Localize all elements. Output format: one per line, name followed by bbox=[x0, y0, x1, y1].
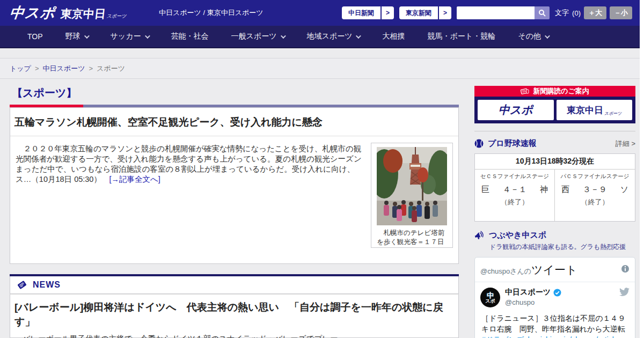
league-name: セＣＳファイナルステージ bbox=[475, 170, 554, 182]
subscription-banner-label: 新聞購読のご案内 bbox=[533, 86, 589, 96]
twitter-handle[interactable]: @chuspo bbox=[505, 298, 561, 306]
subscription-logos: 中スポ 東京中日 スポーツ bbox=[474, 97, 635, 123]
avatar-text: 中 bbox=[487, 292, 494, 299]
font-larger-button[interactable]: ＋大 bbox=[584, 6, 606, 19]
tweet-url-link[interactable]: chunichi.co.jp/chuspo/article… bbox=[524, 335, 625, 338]
tsubuyaki-title: つぶやき中スポ bbox=[489, 230, 546, 240]
news-headline-link[interactable]: [バレーボール]柳田将洋はドイツへ 代表主将の熱い思い 「自分は調子を一昨年の状… bbox=[14, 300, 455, 329]
tokyo-chunichi-logo-button[interactable]: 東京中日 スポーツ bbox=[557, 100, 633, 120]
news-ticket-icon bbox=[17, 280, 27, 290]
breadcrumb-current: スポーツ bbox=[97, 64, 125, 74]
breadcrumb: トップ > 中日スポーツ > スポーツ bbox=[0, 58, 640, 79]
twitter-widget-header: @chuspoさんの ツイート bbox=[475, 258, 635, 282]
tokyo-shimbun-button[interactable]: 東京新聞 > bbox=[399, 6, 451, 19]
news-section: NEWS [バレーボール]柳田将洋はドイツへ 代表主将の熱い思い 「自分は調子を… bbox=[10, 274, 459, 338]
nav-label: 大相撲 bbox=[382, 32, 405, 41]
page-edge bbox=[640, 0, 644, 338]
tsubuyaki-section: つぶやき中スポ ドラ観戦の本紙評論家も語る。グラも熱烈応援 bbox=[474, 230, 635, 252]
chuspo-logo-button[interactable]: 中スポ bbox=[478, 100, 554, 120]
nav-item-baseball[interactable]: 野球 bbox=[54, 25, 99, 48]
nav-item-racing[interactable]: 競馬・ボート・競輪 bbox=[416, 25, 507, 48]
tokyo-chunichi-logo-text: 東京中日 bbox=[567, 104, 603, 116]
game-status: （終了） bbox=[555, 197, 635, 207]
article-headline-link[interactable]: 五輪マラソン札幌開催、空室不足観光ピーク、受け入れ能力に懸念 bbox=[10, 108, 458, 136]
chevron-right-icon: > bbox=[382, 6, 394, 19]
score-box: 10月13日18時32分現在 セＣＳファイナルステージ 巨 ４－１ 神 （終了）… bbox=[474, 153, 635, 222]
site-logo[interactable]: 中スポ 東京中日 スポーツ bbox=[9, 3, 128, 23]
search-button[interactable] bbox=[535, 6, 550, 19]
baseball-icon bbox=[474, 139, 484, 148]
score-columns: セＣＳファイナルステージ 巨 ４－１ 神 （終了） パＣＳファイナルステージ 西… bbox=[475, 170, 635, 221]
top-header: 中スポ 東京中日 スポーツ 中日スポーツ / 東京中日スポーツ 中日新聞 > 東… bbox=[0, 0, 640, 26]
sidebar-divider bbox=[474, 131, 635, 131]
main-article: 五輪マラソン札幌開催、空室不足観光ピーク、受け入れ能力に懸念 bbox=[10, 107, 459, 264]
read-full-article-link[interactable]: [→記事全文へ] bbox=[109, 175, 160, 183]
baseball-detail-link[interactable]: 詳細 > bbox=[616, 139, 635, 149]
nav-item-top[interactable]: TOP bbox=[16, 25, 54, 48]
twitter-bird-icon[interactable] bbox=[619, 288, 630, 298]
avatar[interactable]: 中 スポ bbox=[480, 288, 500, 307]
tweet[interactable]: 中 スポ 中日スポーツ @chuspo bbox=[475, 282, 635, 338]
tokyo-chunichi-logo-small: スポーツ bbox=[604, 111, 622, 116]
article-text: ２０２０年東京五輪のマラソンと競歩の札幌開催が確実な情勢になったことを受け、札幌… bbox=[16, 144, 367, 185]
info-icon[interactable] bbox=[621, 264, 630, 275]
breadcrumb-top-link[interactable]: トップ bbox=[10, 64, 31, 74]
article-photo-box: 札幌市のテレビ塔前を歩く観光客＝１７日 bbox=[371, 143, 453, 248]
home-team: 巨 bbox=[481, 185, 489, 195]
font-smaller-button[interactable]: －小 bbox=[610, 6, 632, 19]
nav-label: その他 bbox=[518, 32, 541, 41]
font-size-count: (0) bbox=[572, 9, 581, 17]
article-photo bbox=[377, 147, 447, 225]
nav-item-entertainment[interactable]: 芸能・社会 bbox=[160, 25, 220, 48]
subscription-widget[interactable]: 新聞購読のご案内 中スポ 東京中日 スポーツ bbox=[474, 86, 635, 123]
avatar-text: スポ bbox=[485, 299, 495, 304]
nav-label: 芸能・社会 bbox=[171, 32, 209, 41]
chunichi-shimbun-button[interactable]: 中日新聞 > bbox=[342, 6, 394, 19]
nav-label: サッカー bbox=[111, 32, 141, 41]
score-line: 巨 ４－１ 神 bbox=[475, 182, 554, 195]
photo-caption: 札幌市のテレビ塔前を歩く観光客＝１７日 bbox=[377, 229, 447, 247]
newspaper-icon bbox=[521, 88, 529, 94]
logo-tokyo-chunichi: 東京中日 bbox=[60, 6, 107, 21]
score-pacific-league[interactable]: パＣＳファイナルステージ 西 ３－９ ソ （終了） bbox=[555, 170, 635, 221]
news-header: NEWS bbox=[10, 276, 459, 294]
twitter-widget: @chuspoさんの ツイート 中 スポ bbox=[474, 257, 635, 338]
breadcrumb-chuspo-link[interactable]: 中日スポーツ bbox=[43, 64, 85, 74]
nav-label: 地域スポーツ bbox=[307, 32, 353, 41]
score-line: 西 ３－９ ソ bbox=[555, 182, 635, 195]
news-article-text: バレーボール男子代表の主将で、今季からドイツ１部のユナイテッド・バレーズでプレー bbox=[14, 334, 369, 338]
tweet-hashtag-link[interactable]: #ドラゴンズ bbox=[481, 335, 524, 338]
article-date: （10月18日 05:30） bbox=[31, 175, 101, 183]
nav-item-regional-sports[interactable]: 地域スポーツ bbox=[296, 25, 371, 48]
tsubuyaki-subtitle: ドラ観戦の本紙評論家も語る。グラも熱烈応援 bbox=[489, 243, 635, 252]
font-size-label: 文字 bbox=[555, 8, 569, 18]
article-body: 札幌市のテレビ塔前を歩く観光客＝１７日 ２０２０年東京五輪のマラソンと競歩の札幌… bbox=[10, 136, 458, 185]
site-title: 中日スポーツ / 東京中日スポーツ bbox=[159, 8, 264, 18]
nav-label: 一般スポーツ bbox=[231, 32, 277, 41]
game-score: ３－９ bbox=[583, 185, 607, 195]
news-article: [バレーボール]柳田将洋はドイツへ 代表主将の熱い思い 「自分は調子を一昨年の状… bbox=[10, 294, 459, 338]
nav-label: 野球 bbox=[65, 32, 80, 41]
logo-sports-small: スポーツ bbox=[106, 13, 127, 20]
breadcrumb-separator: > bbox=[89, 64, 93, 72]
font-size-controls: 文字 (0) ＋大 －小 bbox=[555, 6, 632, 19]
subscription-banner[interactable]: 新聞購読のご案内 bbox=[474, 86, 635, 97]
nav-item-general-sports[interactable]: 一般スポーツ bbox=[220, 25, 296, 48]
chevron-down-icon bbox=[144, 33, 150, 39]
game-score: ４－１ bbox=[503, 185, 527, 195]
nav-item-sumo[interactable]: 大相撲 bbox=[371, 25, 416, 48]
tweet-author-names: 中日スポーツ @chuspo bbox=[505, 288, 561, 307]
page-background: 中スポ 東京中日 スポーツ 中日スポーツ / 東京中日スポーツ 中日新聞 > 東… bbox=[0, 0, 640, 338]
nav-item-soccer[interactable]: サッカー bbox=[99, 25, 160, 48]
score-central-league[interactable]: セＣＳファイナルステージ 巨 ４－１ 神 （終了） bbox=[475, 170, 555, 221]
chevron-down-icon bbox=[280, 33, 286, 39]
twitter-account-name[interactable]: 中日スポーツ bbox=[505, 288, 551, 297]
breadcrumb-separator: > bbox=[35, 64, 39, 72]
chevron-down-icon bbox=[545, 33, 550, 39]
verified-badge-icon bbox=[553, 289, 561, 297]
search-input[interactable] bbox=[457, 6, 535, 19]
nav-label: TOP bbox=[27, 32, 43, 41]
search-icon bbox=[538, 9, 546, 17]
chevron-down-icon bbox=[356, 33, 361, 39]
nav-item-other[interactable]: その他 bbox=[507, 25, 560, 48]
